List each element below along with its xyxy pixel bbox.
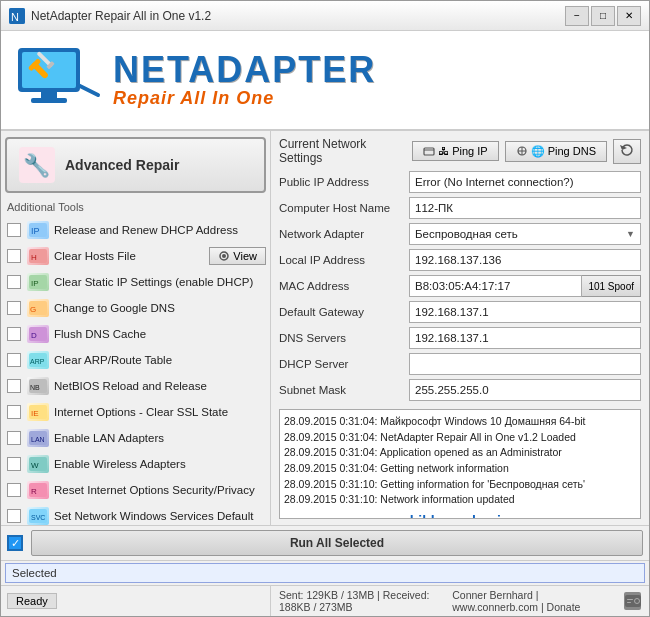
arp-icon: ARP (27, 351, 49, 369)
field-gateway: Default Gateway 192.168.137.1 (279, 301, 641, 323)
left-panel: 🔧 Advanced Repair Additional Tools IP Re… (1, 131, 271, 525)
advanced-repair-button[interactable]: 🔧 Advanced Repair (5, 137, 266, 193)
tool-label-services: Set Network Windows Services Default (54, 510, 264, 522)
tool-label-netbios: NetBIOS Reload and Release (54, 380, 264, 392)
ping-ip-button[interactable]: 🖧 Ping IP (412, 141, 499, 161)
svg-text:ARP: ARP (30, 358, 45, 365)
tool-item-google-dns[interactable]: G Change to Google DNS (5, 296, 266, 320)
svg-rect-47 (627, 602, 631, 603)
network-settings-title: Current Network Settings (279, 137, 406, 165)
tool-checkbox-arp[interactable] (7, 353, 21, 367)
refresh-button[interactable] (613, 139, 641, 164)
maximize-button[interactable]: □ (591, 6, 615, 26)
field-subnet: Subnet Mask 255.255.255.0 (279, 379, 641, 401)
google-dns-icon: G (27, 299, 49, 317)
window-controls: − □ ✕ (565, 6, 641, 26)
ping-dns-button[interactable]: 🌐 Ping DNS (505, 141, 607, 162)
header-logo: NETADAPTER Repair All In One (1, 31, 649, 131)
tool-checkbox-dhcp[interactable] (7, 223, 21, 237)
flush-dns-icon: D (27, 325, 49, 343)
field-label-subnet: Subnet Mask (279, 384, 409, 396)
tool-label-google-dns: Change to Google DNS (54, 302, 264, 314)
tool-checkbox-ssl[interactable] (7, 405, 21, 419)
tool-label-ssl: Internet Options - Clear SSL State (54, 406, 264, 418)
svg-text:G: G (30, 305, 36, 314)
field-value-subnet: 255.255.255.0 (409, 379, 641, 401)
tool-label-arp: Clear ARP/Route Table (54, 354, 264, 366)
dhcp-icon: IP (27, 221, 49, 239)
tool-checkbox-flush-dns[interactable] (7, 327, 21, 341)
tool-item-lan[interactable]: LAN Enable LAN Adapters (5, 426, 266, 450)
log-line-3: 28.09.2015 0:31:04: Application opened a… (284, 445, 636, 460)
tool-checkbox-google-dns[interactable] (7, 301, 21, 315)
spoof-button[interactable]: 101 Spoof (582, 275, 641, 297)
ready-label: Ready (16, 595, 48, 607)
network-settings-header: Current Network Settings 🖧 Ping IP 🌐 Pin… (279, 137, 641, 165)
field-value-local-ip: 192.168.137.136 (409, 249, 641, 271)
ssl-icon: IE (27, 403, 49, 421)
svg-text:SVC: SVC (31, 514, 45, 521)
logo-title: NETADAPTER (113, 52, 376, 88)
tool-item-ssl[interactable]: IE Internet Options - Clear SSL State (5, 400, 266, 424)
run-all-button[interactable]: Run All Selected (31, 530, 643, 556)
tool-checkbox-reset-ie[interactable] (7, 483, 21, 497)
wireless-icon: W (27, 455, 49, 473)
tool-checkbox-wireless[interactable] (7, 457, 21, 471)
tool-item-dhcp[interactable]: IP Release and Renew DHCP Address (5, 218, 266, 242)
field-mac-with-btn: B8:03:05:A4:17:17 101 Spoof (409, 275, 641, 297)
tool-label-reset-ie: Reset Internet Options Security/Privacy (54, 484, 264, 496)
run-all-checkbox[interactable]: ✓ (7, 535, 23, 551)
tool-item-wireless[interactable]: W Enable Wireless Adapters (5, 452, 266, 476)
tool-item-static-ip[interactable]: IP Clear Static IP Settings (enable DHCP… (5, 270, 266, 294)
field-dns: DNS Servers 192.168.137.1 (279, 327, 641, 349)
main-content: 🔧 Advanced Repair Additional Tools IP Re… (1, 131, 649, 525)
hosts-row: H Clear Hosts File View (5, 244, 266, 268)
tool-label-dhcp: Release and Renew DHCP Address (54, 224, 264, 236)
close-button[interactable]: ✕ (617, 6, 641, 26)
tool-item-netbios[interactable]: NB NetBIOS Reload and Release (5, 374, 266, 398)
tool-checkbox-hosts[interactable] (7, 249, 21, 263)
tool-label-hosts: Clear Hosts File (54, 250, 207, 262)
view-hosts-button[interactable]: View (209, 247, 266, 265)
tool-checkbox-services[interactable] (7, 509, 21, 523)
status-author: Conner Bernhard | www.connerb.com | Dona… (452, 589, 618, 613)
log-area: 28.09.2015 0:31:04: Майкрософт Windows 1… (279, 409, 641, 519)
tool-item-arp[interactable]: ARP Clear ARP/Route Table (5, 348, 266, 372)
field-label-local-ip: Local IP Address (279, 254, 409, 266)
svg-point-18 (222, 254, 226, 258)
field-dhcp-server: DHCP Server (279, 353, 641, 375)
left-status: Ready (1, 586, 271, 616)
svg-rect-44 (625, 595, 641, 607)
minimize-button[interactable]: − (565, 6, 589, 26)
field-label-network-adapter: Network Adapter (279, 228, 409, 240)
repair-icon: 🔧 (19, 147, 55, 183)
tool-checkbox-static-ip[interactable] (7, 275, 21, 289)
promo-link[interactable]: oshibka-reshenie.ru (284, 513, 636, 519)
svg-text:IP: IP (31, 279, 39, 288)
tool-item-services[interactable]: SVC Set Network Windows Services Default (5, 504, 266, 525)
main-window: N NetAdapter Repair All in One v1.2 − □ … (0, 0, 650, 617)
tool-item-reset-ie[interactable]: R Reset Internet Options Security/Privac… (5, 478, 266, 502)
run-all-row: ✓ Run All Selected (1, 526, 649, 561)
window-title: NetAdapter Repair All in One v1.2 (31, 9, 565, 23)
field-value-dns: 192.168.137.1 (409, 327, 641, 349)
status-sent-received: Sent: 129KB / 13MB | Received: 188KB / 2… (279, 589, 452, 613)
tool-checkbox-netbios[interactable] (7, 379, 21, 393)
log-line-6: 28.09.2015 0:31:10: Network information … (284, 492, 636, 507)
field-value-public-ip: Error (No Internet connection?) (409, 171, 641, 193)
tool-label-flush-dns: Flush DNS Cache (54, 328, 264, 340)
log-line-1: 28.09.2015 0:31:04: Майкрософт Windows 1… (284, 414, 636, 429)
tool-checkbox-lan[interactable] (7, 431, 21, 445)
field-value-network-adapter[interactable]: Беспроводная сеть ▼ (409, 223, 641, 245)
logo-subtitle: Repair All In One (113, 88, 376, 109)
tool-item-flush-dns[interactable]: D Flush DNS Cache (5, 322, 266, 346)
combined-status-bar: Ready Sent: 129KB / 13MB | Received: 188… (1, 585, 649, 616)
svg-text:R: R (31, 487, 37, 496)
field-host-name: Computer Host Name 112-ПК (279, 197, 641, 219)
field-label-dhcp-server: DHCP Server (279, 358, 409, 370)
network-fields: Public IP Address Error (No Internet con… (279, 171, 641, 405)
field-mac: MAC Address B8:03:05:A4:17:17 101 Spoof (279, 275, 641, 297)
tool-item-hosts[interactable]: H Clear Hosts File (5, 244, 209, 268)
tool-label-static-ip: Clear Static IP Settings (enable DHCP) (54, 276, 264, 288)
right-panel: Current Network Settings 🖧 Ping IP 🌐 Pin… (271, 131, 649, 525)
